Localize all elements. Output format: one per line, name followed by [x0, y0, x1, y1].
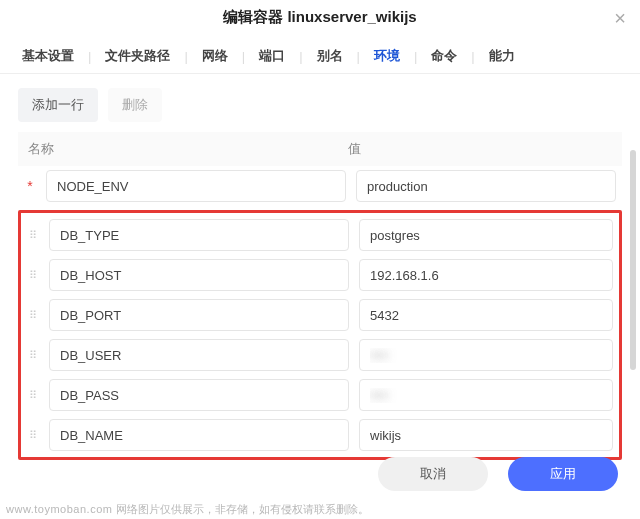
env-row: ⠿	[21, 375, 619, 415]
env-name-input[interactable]	[49, 339, 349, 371]
env-value-input[interactable]	[356, 170, 616, 202]
env-name-input[interactable]	[46, 170, 346, 202]
table-header: 名称 值	[18, 132, 622, 166]
env-value-input[interactable]	[359, 299, 613, 331]
drag-handle-icon[interactable]: ⠿	[27, 349, 39, 362]
tab-separator: |	[78, 49, 101, 64]
scrollbar-thumb[interactable]	[630, 150, 636, 370]
env-table: 名称 值 *⠿⠿⠿⠿⠿⠿	[0, 132, 640, 460]
env-name-input[interactable]	[49, 219, 349, 251]
env-name-input[interactable]	[49, 259, 349, 291]
env-value-input[interactable]	[359, 219, 613, 251]
drag-handle-icon[interactable]: ⠿	[27, 229, 39, 242]
drag-handle-icon[interactable]: ⠿	[27, 309, 39, 322]
tab-1[interactable]: 文件夹路径	[101, 47, 174, 65]
scrollbar[interactable]	[630, 150, 636, 470]
env-row: ⠿	[21, 295, 619, 335]
col-name: 名称	[28, 140, 348, 158]
env-name-input[interactable]	[49, 419, 349, 451]
required-mark: *	[24, 178, 36, 194]
env-row: ⠿	[21, 415, 619, 455]
tab-7[interactable]: 能力	[485, 47, 519, 65]
env-row: ⠿	[21, 255, 619, 295]
dialog-footer: 取消 应用	[0, 457, 640, 495]
tab-2[interactable]: 网络	[198, 47, 232, 65]
env-value-input[interactable]	[359, 419, 613, 451]
tab-separator: |	[404, 49, 427, 64]
env-name-input[interactable]	[49, 299, 349, 331]
env-row: *	[18, 166, 622, 206]
env-row: ⠿	[21, 335, 619, 375]
tab-separator: |	[174, 49, 197, 64]
env-name-input[interactable]	[49, 379, 349, 411]
watermark: www.toymoban.com 网络图片仅供展示，非存储，如有侵权请联系删除。	[6, 502, 369, 517]
delete-button[interactable]: 删除	[108, 88, 162, 122]
tab-5[interactable]: 环境	[370, 47, 404, 65]
dialog-header: 编辑容器 linuxserver_wikijs ×	[0, 0, 640, 37]
tab-separator: |	[461, 49, 484, 64]
tab-0[interactable]: 基本设置	[18, 47, 78, 65]
highlight-box: ⠿⠿⠿⠿⠿⠿	[18, 210, 622, 460]
tab-separator: |	[232, 49, 255, 64]
col-value: 值	[348, 140, 612, 158]
env-row: ⠿	[21, 215, 619, 255]
tab-4[interactable]: 别名	[313, 47, 347, 65]
cancel-button[interactable]: 取消	[378, 457, 488, 491]
add-row-button[interactable]: 添加一行	[18, 88, 98, 122]
close-icon[interactable]: ×	[614, 8, 626, 28]
watermark-host: www.toymoban.com	[6, 503, 112, 515]
env-value-input[interactable]	[359, 339, 613, 371]
env-value-input[interactable]	[359, 259, 613, 291]
dialog-title: 编辑容器 linuxserver_wikijs	[223, 8, 416, 25]
toolbar: 添加一行 删除	[0, 74, 640, 132]
drag-handle-icon[interactable]: ⠿	[27, 429, 39, 442]
tab-3[interactable]: 端口	[255, 47, 289, 65]
watermark-text: 网络图片仅供展示，非存储，如有侵权请联系删除。	[116, 503, 369, 515]
tab-6[interactable]: 命令	[427, 47, 461, 65]
tab-separator: |	[289, 49, 312, 64]
tab-separator: |	[347, 49, 370, 64]
env-value-input[interactable]	[359, 379, 613, 411]
apply-button[interactable]: 应用	[508, 457, 618, 491]
drag-handle-icon[interactable]: ⠿	[27, 389, 39, 402]
tab-bar: 基本设置|文件夹路径|网络|端口|别名|环境|命令|能力	[0, 37, 640, 74]
drag-handle-icon[interactable]: ⠿	[27, 269, 39, 282]
